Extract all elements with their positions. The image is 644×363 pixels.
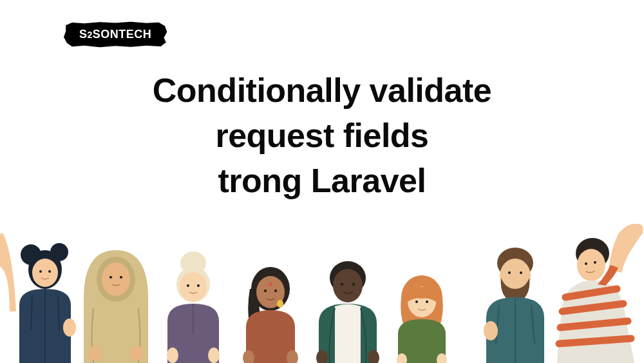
- logo-badge: S2SONTECH: [68, 23, 163, 46]
- svg-point-23: [274, 289, 277, 292]
- title-line-2: request fields: [215, 117, 428, 154]
- svg-point-16: [187, 284, 189, 287]
- svg-point-48: [594, 261, 596, 264]
- svg-point-4: [39, 270, 42, 273]
- title-line-3: trong Laravel: [218, 162, 426, 199]
- person-5-icon: [316, 261, 379, 363]
- svg-point-46: [577, 249, 605, 281]
- logo-text-suffix: SONTECH: [93, 28, 152, 41]
- person-4-icon: [243, 267, 298, 363]
- person-3-icon: [167, 251, 220, 363]
- svg-point-47: [585, 262, 587, 265]
- svg-point-19: [208, 348, 220, 363]
- svg-point-5: [48, 270, 51, 273]
- person-8-icon: [557, 224, 643, 363]
- logo-text-small: 2: [88, 30, 93, 40]
- svg-point-15: [180, 272, 207, 302]
- svg-point-44: [484, 321, 498, 340]
- svg-point-43: [520, 271, 522, 274]
- title-line-1: Conditionally validate: [153, 72, 491, 109]
- person-2-icon: [84, 250, 148, 363]
- logo-text-prefix: S: [79, 28, 88, 41]
- svg-point-17: [197, 284, 200, 287]
- svg-point-25: [277, 300, 283, 308]
- svg-point-36: [415, 300, 418, 303]
- svg-point-24: [269, 282, 272, 286]
- person-7-icon: [484, 248, 544, 363]
- svg-point-31: [352, 283, 355, 286]
- svg-point-22: [264, 289, 267, 292]
- svg-point-8: [102, 262, 130, 296]
- svg-point-29: [333, 269, 363, 302]
- svg-point-42: [508, 271, 511, 274]
- people-illustration: [0, 215, 644, 363]
- svg-point-10: [120, 276, 122, 279]
- svg-point-6: [63, 319, 76, 337]
- page-title: Conditionally validate request fields tr…: [0, 68, 644, 204]
- svg-point-12: [130, 346, 143, 361]
- person-1-icon: [0, 233, 76, 363]
- svg-point-18: [167, 348, 178, 363]
- svg-point-37: [426, 300, 428, 303]
- svg-point-9: [109, 276, 112, 279]
- person-6-icon: [397, 275, 447, 363]
- svg-point-3: [32, 259, 58, 287]
- svg-point-11: [89, 346, 102, 361]
- svg-point-30: [341, 283, 343, 286]
